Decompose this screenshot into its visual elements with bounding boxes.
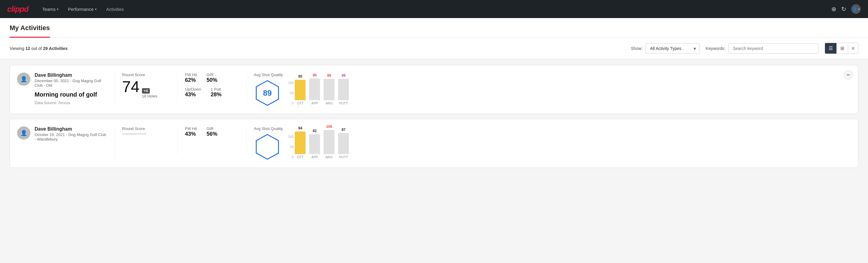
round-score-label: Round Score [122,72,170,77]
svg-marker-1 [256,135,279,159]
viewing-suffix: Activities [49,46,68,51]
score-placeholder [122,133,146,135]
nav-teams-label: Teams [42,7,56,12]
card2-app-axis: APP [311,155,318,159]
card2-bar-ott-val: 94 [298,126,302,130]
data-source: Data Source: Arccos [35,100,107,105]
oneputt-stat: 1 Putt 28% [211,87,221,98]
user-icon: 👤 [21,76,27,83]
keywords-label: Keywords: [706,46,725,51]
bar-group-arg: 89 ARG [323,76,335,105]
fw-hit-stat: FW Hit 62% [185,72,197,83]
bar-app-label: 90 [313,73,317,77]
list-icon: ☰ [829,46,833,51]
user-avatar[interactable]: 👤 ▾ [851,4,861,14]
divider2-1 [115,126,115,156]
card2-bar-app: 82 APP [309,130,320,159]
divider2-3 [246,126,247,156]
search-input[interactable] [728,43,819,54]
view-grid-button[interactable]: ⊞ [837,43,848,54]
activity-title: Morning round of golf [35,91,107,98]
card2-hexagon [254,133,281,160]
nav-links: Teams ▾ Performance ▾ Activities [38,4,822,14]
bar-ott: 85 [295,80,306,100]
bar-putt-axis: PUTT [339,101,348,105]
y-axis-50: 50 [288,91,293,95]
card2-arg-axis: ARG [326,155,333,159]
card2-y-0: 0 [288,155,293,159]
show-filter-group: Show: All Activity Types [631,43,700,54]
content-area: ✏ 👤 Dave Billingham December 05, 2021 - … [0,59,868,179]
edit-button[interactable]: ✏ [844,70,853,80]
card2-bar-putt-val: 87 [342,127,346,132]
bar-putt: 89 [338,79,349,100]
oneputt-value: 28% [211,91,221,98]
updown-stat: Up/Down 43% [185,87,201,98]
round-score-value: 74 +4 18 Holes [122,79,170,98]
updown-value: 43% [185,91,201,98]
bar-arg: 89 [323,79,335,100]
updown-label: Up/Down [185,87,201,91]
bar-ott-axis: OTT [297,101,304,105]
bar-arg-axis: ARG [326,101,333,105]
divider3 [246,72,247,103]
logo[interactable]: clippd [7,4,29,14]
refresh-icon[interactable]: ↻ [841,5,846,12]
pencil-icon: ✏ [847,72,850,77]
bar-ott-label: 85 [298,74,302,79]
card2-bar-arg-val: 106 [326,124,332,129]
user-avatar-circle: 👤 [17,72,30,86]
view-list-button[interactable]: ☰ [825,43,837,54]
gir-stat: GIR 50% [207,72,217,83]
viewing-shown: 12 [26,46,30,51]
view-compact-button[interactable]: ≡ [848,43,858,54]
nav-activities-label: Activities [106,7,124,12]
divider2 [178,72,178,103]
viewing-count-text: Viewing 12 out of 29 Activities [10,46,625,51]
user2-avatar-circle: 👤 [17,126,30,140]
user2-name: Dave Billingham [35,126,107,132]
holes-label: 18 Holes [142,94,157,98]
avatar-chevron-icon: ▾ [858,7,860,11]
card2-fw-hit-value: 43% [185,131,197,137]
card2-bar-putt-bar: 87 [338,133,349,154]
activity-card: ✏ 👤 Dave Billingham December 05, 2021 - … [10,65,858,114]
bar-group-putt: 89 PUTT [338,76,349,105]
activity-card-2: 👤 Dave Billingham October 16, 2021 - Gog… [10,119,858,168]
card2-round-score: Round Score [122,126,170,135]
compact-icon: ≡ [852,46,855,51]
card2-bar-app-bar: 82 [309,134,320,154]
divider2-2 [178,126,178,156]
hexagon-container: 89 [254,80,281,107]
card2-bar-ott: 94 OTT [295,130,306,159]
page-header: My Activities [0,18,868,38]
avatar-icon: 👤 [852,7,858,11]
card2-avg-quality: Avg Shot Quality 100 [254,126,851,160]
nav-performance[interactable]: Performance ▾ [64,4,101,14]
user-name: Dave Billingham [35,72,107,78]
card2-round-score-label: Round Score [122,126,170,131]
nav-teams[interactable]: Teams ▾ [38,4,63,14]
y-axis-0: 0 [288,101,293,105]
bar-putt-label: 89 [342,74,346,78]
performance-chevron-icon: ▾ [95,7,97,11]
sub-stats-section: FW Hit 62% GIR 50% Up/Down 43% 1 Putt [185,72,239,98]
user2-date: October 16, 2021 - Gog Magog Golf Club -… [35,133,107,141]
bar-arg-label: 89 [327,74,331,78]
bar-group-app: 90 APP [309,76,320,105]
card2-gir-value: 56% [207,131,217,137]
nav-performance-label: Performance [68,7,94,12]
bar-app-axis: APP [311,101,318,105]
score-diff-badge: +4 [142,88,150,94]
add-icon[interactable]: ⊕ [831,5,836,12]
nav-activities[interactable]: Activities [102,4,128,14]
card2-bar-putt: 87 PUTT [338,130,349,159]
card2-bars: 94 OTT 82 [295,135,349,159]
card2-gir: GIR 56% [207,126,217,137]
activity-type-select[interactable]: All Activity Types [645,43,700,54]
keywords-filter-group: Keywords: [706,43,818,54]
card2-sub-stats: FW Hit 43% GIR 56% [185,126,239,137]
grid-icon: ⊞ [840,46,844,51]
fw-hit-value: 62% [185,77,197,83]
card2-bar-arg-bar: 106 [323,130,335,154]
